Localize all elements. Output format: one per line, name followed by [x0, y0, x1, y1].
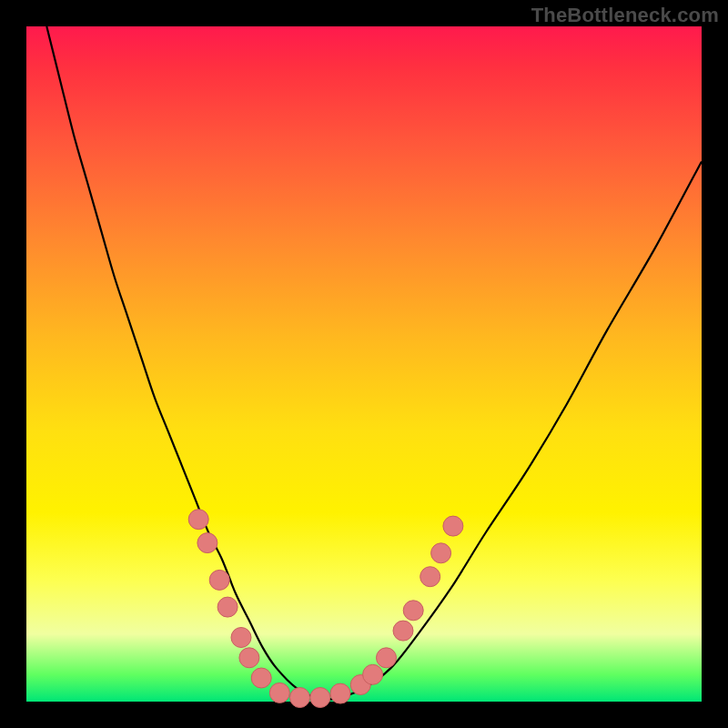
data-marker — [188, 510, 208, 530]
chart-overlay — [26, 26, 702, 702]
data-marker — [239, 648, 259, 668]
attribution-text: TheBottleneck.com — [531, 4, 719, 27]
data-marker — [330, 683, 350, 703]
data-marker — [197, 533, 217, 553]
data-marker — [290, 688, 310, 708]
marker-group — [188, 510, 463, 708]
data-marker — [393, 621, 413, 641]
data-marker — [310, 688, 330, 708]
data-marker — [420, 567, 440, 587]
data-marker — [209, 570, 229, 590]
data-marker — [431, 543, 451, 563]
data-marker — [231, 628, 251, 648]
data-marker — [251, 668, 271, 688]
data-marker — [363, 664, 383, 684]
data-marker — [403, 601, 423, 621]
bottleneck-curve — [46, 26, 702, 700]
data-marker — [377, 648, 397, 668]
data-marker — [443, 516, 463, 536]
data-marker — [217, 597, 238, 617]
data-marker — [269, 682, 289, 703]
